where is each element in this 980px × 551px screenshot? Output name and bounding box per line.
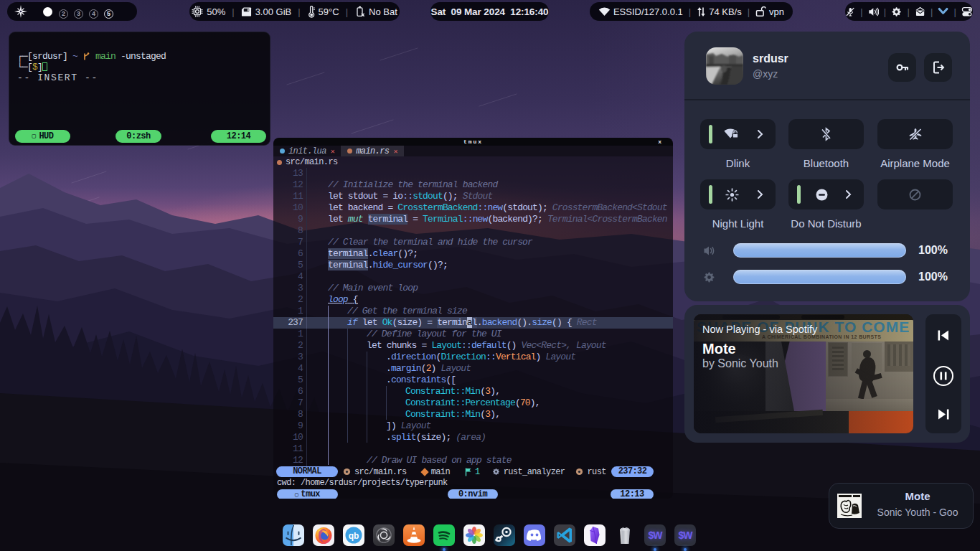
svg-text:qb: qb xyxy=(349,531,359,541)
